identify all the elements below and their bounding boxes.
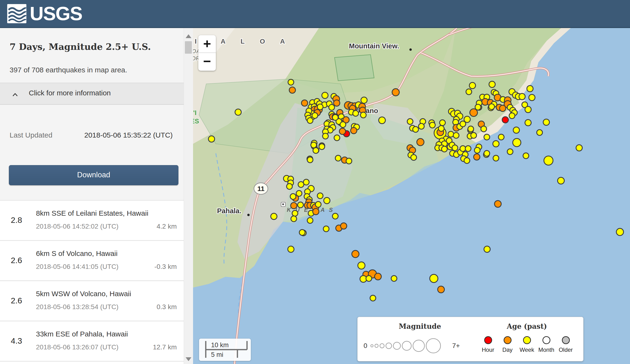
- earthquake-list-item[interactable]: 4.3 33km ESE of Pahala, Hawaii 2018-05-0…: [0, 321, 184, 362]
- quake-marker[interactable]: [543, 119, 550, 125]
- quake-marker[interactable]: [340, 223, 347, 229]
- quake-marker[interactable]: [352, 250, 359, 258]
- quake-marker[interactable]: [484, 246, 490, 252]
- quake-marker[interactable]: [417, 138, 424, 146]
- quake-marker[interactable]: [489, 81, 495, 87]
- quake-marker[interactable]: [452, 145, 458, 151]
- quake-marker[interactable]: [413, 126, 418, 132]
- quake-marker[interactable]: [379, 117, 386, 124]
- quake-marker[interactable]: [288, 246, 294, 252]
- quake-marker[interactable]: [335, 155, 341, 161]
- quake-marker[interactable]: [329, 104, 334, 110]
- quake-marker[interactable]: [509, 113, 515, 119]
- quake-marker[interactable]: [407, 119, 413, 124]
- quake-marker[interactable]: [494, 201, 501, 207]
- quake-marker[interactable]: [339, 128, 346, 134]
- quake-marker[interactable]: [616, 228, 624, 236]
- quake-marker[interactable]: [527, 85, 533, 92]
- download-button[interactable]: Download: [9, 165, 178, 185]
- quake-marker[interactable]: [418, 123, 424, 129]
- quake-marker[interactable]: [440, 120, 445, 126]
- quake-marker[interactable]: [411, 155, 416, 160]
- quake-marker[interactable]: [290, 194, 296, 199]
- zoom-in-button[interactable]: +: [198, 35, 216, 53]
- quake-marker[interactable]: [332, 114, 338, 120]
- scroll-down-arrow-icon[interactable]: [186, 357, 191, 361]
- quake-marker[interactable]: [350, 127, 357, 134]
- quake-marker[interactable]: [468, 126, 474, 132]
- quake-marker[interactable]: [392, 89, 399, 96]
- quake-marker[interactable]: [322, 133, 328, 139]
- quake-marker[interactable]: [346, 158, 352, 164]
- quake-marker[interactable]: [464, 116, 470, 122]
- quake-marker[interactable]: [298, 202, 303, 208]
- quake-marker[interactable]: [507, 149, 513, 155]
- quake-marker[interactable]: [302, 100, 308, 106]
- quake-marker[interactable]: [323, 226, 329, 232]
- earthquake-list-item[interactable]: 2.6 5km WSW of Volcano, Hawaii 2018-05-0…: [0, 281, 184, 321]
- quake-marker[interactable]: [493, 141, 499, 147]
- quake-marker[interactable]: [286, 184, 292, 189]
- quake-marker[interactable]: [484, 150, 490, 156]
- quake-marker[interactable]: [208, 136, 215, 142]
- quake-marker[interactable]: [474, 147, 480, 153]
- quake-marker[interactable]: [474, 154, 480, 160]
- quake-marker[interactable]: [484, 134, 490, 140]
- quake-marker[interactable]: [307, 157, 313, 163]
- quake-marker[interactable]: [288, 79, 294, 85]
- quake-marker[interactable]: [289, 87, 296, 93]
- quake-marker[interactable]: [353, 110, 358, 116]
- quake-marker[interactable]: [360, 112, 366, 118]
- quake-marker[interactable]: [391, 276, 397, 281]
- quake-marker[interactable]: [292, 210, 298, 216]
- quake-marker[interactable]: [366, 276, 372, 281]
- quake-marker[interactable]: [358, 262, 365, 269]
- quake-marker[interactable]: [430, 274, 438, 283]
- quake-marker[interactable]: [469, 82, 476, 89]
- quake-marker[interactable]: [271, 213, 277, 220]
- quake-marker[interactable]: [317, 193, 323, 199]
- quake-marker[interactable]: [529, 94, 535, 101]
- quake-marker[interactable]: [315, 202, 321, 207]
- quake-marker[interactable]: [525, 106, 531, 113]
- quake-marker[interactable]: [340, 122, 346, 127]
- quake-marker[interactable]: [438, 286, 444, 293]
- earthquake-list-item[interactable]: 2.8 8km SSE of Leilani Estates, Hawaii 2…: [0, 201, 184, 241]
- quake-marker[interactable]: [519, 93, 525, 100]
- zoom-out-button[interactable]: −: [198, 53, 216, 71]
- map-canvas[interactable]: I A L O A OA OR I'I ES Mountain View. Vo…: [193, 28, 630, 364]
- quake-marker[interactable]: [489, 104, 494, 109]
- quake-marker[interactable]: [442, 146, 447, 152]
- usgs-logo[interactable]: USGS: [7, 4, 82, 23]
- quake-marker[interactable]: [307, 118, 313, 123]
- quake-marker[interactable]: [299, 230, 305, 235]
- quake-marker[interactable]: [319, 144, 325, 150]
- quake-marker[interactable]: [502, 117, 508, 123]
- quake-marker[interactable]: [334, 100, 340, 106]
- quake-marker[interactable]: [576, 145, 582, 151]
- quake-marker[interactable]: [312, 113, 318, 118]
- quake-marker[interactable]: [291, 216, 297, 222]
- quake-marker[interactable]: [500, 105, 506, 111]
- scrollbar-thumb[interactable]: [185, 41, 192, 54]
- quake-marker[interactable]: [498, 134, 504, 140]
- quake-marker[interactable]: [334, 135, 340, 141]
- quake-marker[interactable]: [537, 130, 542, 135]
- quake-marker[interactable]: [307, 218, 313, 223]
- quake-marker[interactable]: [466, 89, 472, 95]
- quake-marker[interactable]: [311, 142, 316, 148]
- quake-marker[interactable]: [370, 295, 376, 301]
- quake-marker[interactable]: [453, 132, 459, 138]
- quake-marker[interactable]: [313, 208, 319, 215]
- quake-marker[interactable]: [558, 177, 564, 184]
- quake-marker[interactable]: [544, 156, 553, 165]
- quake-marker[interactable]: [523, 153, 529, 159]
- quake-marker[interactable]: [332, 213, 338, 219]
- sidebar-scrollbar[interactable]: [184, 28, 193, 364]
- quake-marker[interactable]: [525, 120, 531, 126]
- quake-marker[interactable]: [291, 203, 297, 209]
- quake-marker[interactable]: [322, 92, 328, 98]
- quake-marker[interactable]: [513, 127, 520, 133]
- quake-marker[interactable]: [493, 155, 499, 161]
- more-information-toggle[interactable]: Click for more information: [0, 83, 184, 105]
